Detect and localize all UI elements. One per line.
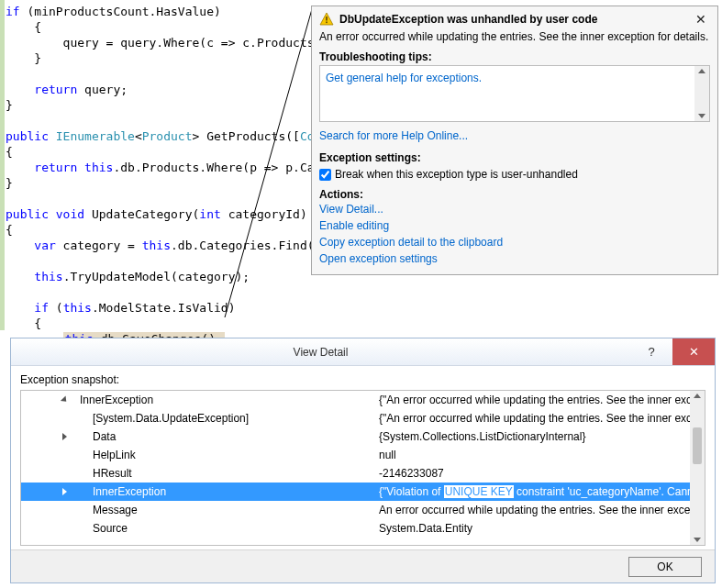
code-line: { — [6, 20, 41, 34]
code-line: this.TryUpdateModel(category); — [6, 270, 250, 283]
open-exception-settings-link[interactable]: Open exception settings — [319, 250, 710, 267]
grid-row-selected[interactable]: InnerException {"Violation of UNIQUE KEY… — [21, 483, 705, 501]
code-line: { — [6, 316, 41, 330]
grid-row[interactable]: [System.Data.UpdateException] {"An error… — [21, 409, 705, 427]
break-label: Break when this exception type is user-u… — [335, 168, 578, 181]
code-line: } — [6, 98, 13, 112]
dialog-titlebar[interactable]: View Detail ? ✕ — [11, 338, 715, 366]
code-line: if (this.ModelState.IsValid) — [6, 301, 235, 315]
grid-scrollbar[interactable] — [690, 391, 705, 545]
code-line: query = query.Where(c => c.Products.C — [6, 36, 328, 50]
code-line: public IEnumerable<Product> GetProducts(… — [6, 129, 328, 143]
grid-row[interactable]: InnerException {"An error occurred while… — [21, 391, 705, 409]
code-line: if (minProductsCount.HasValue) — [6, 5, 221, 18]
close-button[interactable]: ✕ — [672, 338, 715, 365]
svg-rect-3 — [326, 22, 328, 24]
tips-scrollbar[interactable] — [694, 66, 709, 121]
settings-header: Exception settings: — [319, 151, 710, 164]
code-line: return query; — [6, 83, 128, 96]
highlighted-text: UNIQUE KEY — [444, 485, 514, 498]
general-help-link[interactable]: Get general help for exceptions. — [326, 70, 704, 86]
close-button[interactable]: ✕ — [692, 12, 710, 27]
exception-popup: DbUpdateException was unhandled by user … — [311, 6, 718, 275]
grid-row[interactable]: Data {System.Collections.ListDictionaryI… — [21, 427, 705, 446]
code-line: var category = this.db.Categories.Find(c… — [6, 239, 328, 252]
property-grid[interactable]: InnerException {"An error occurred while… — [20, 390, 705, 546]
expand-icon[interactable] — [61, 395, 69, 404]
troubleshooting-tips: Get general help for exceptions. — [319, 65, 710, 122]
dialog-title: View Detail — [11, 346, 630, 359]
help-button[interactable]: ? — [630, 338, 672, 365]
grid-row[interactable]: Message An error occurred while updating… — [21, 501, 705, 519]
code-line: { — [6, 223, 13, 237]
view-detail-link[interactable]: View Detail... — [319, 201, 710, 217]
code-line: { — [6, 145, 13, 159]
expand-icon[interactable] — [62, 488, 67, 495]
enable-editing-link[interactable]: Enable editing — [319, 217, 710, 234]
exception-title: DbUpdateException was unhandled by user … — [339, 13, 686, 26]
tips-header: Troubleshooting tips: — [319, 50, 710, 63]
search-online-link[interactable]: Search for more Help Online... — [319, 128, 710, 144]
break-checkbox[interactable] — [319, 169, 331, 181]
code-line: return this.db.Products.Where(p => p.Cat — [6, 161, 321, 174]
grid-row[interactable]: HResult -2146233087 — [21, 464, 705, 483]
code-line: } — [6, 176, 13, 190]
view-detail-dialog: View Detail ? ✕ Exception snapshot: Inne… — [10, 338, 716, 583]
svg-rect-2 — [326, 17, 328, 21]
grid-row[interactable]: Source System.Data.Entity — [21, 519, 705, 538]
warning-icon — [319, 12, 334, 27]
snapshot-label: Exception snapshot: — [20, 373, 705, 386]
expand-icon[interactable] — [62, 433, 67, 440]
exception-message: An error occurred while updating the ent… — [319, 30, 710, 43]
ok-button[interactable]: OK — [628, 557, 702, 577]
grid-row[interactable]: HelpLink null — [21, 446, 705, 464]
actions-header: Actions: — [319, 188, 710, 201]
gutter — [0, 0, 5, 330]
code-line: } — [6, 51, 41, 65]
copy-exception-link[interactable]: Copy exception detail to the clipboard — [319, 234, 710, 250]
code-line: public void UpdateCategory(int categoryI… — [6, 207, 307, 221]
